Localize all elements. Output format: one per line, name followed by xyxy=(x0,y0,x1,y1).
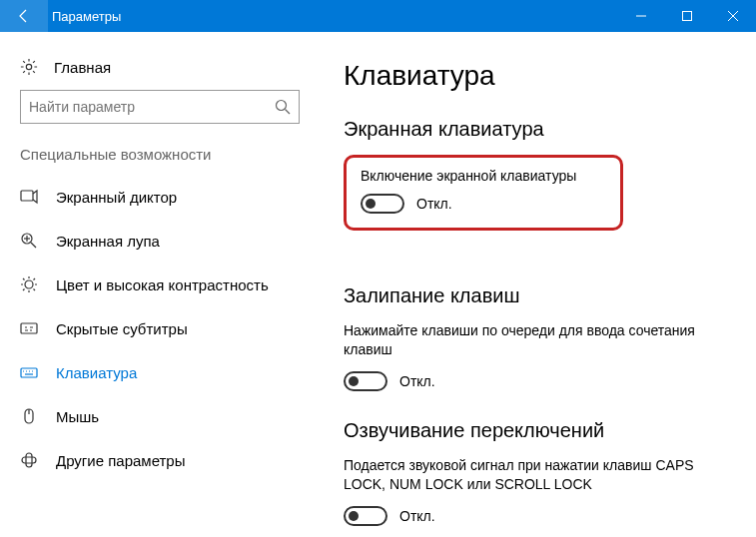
svg-rect-31 xyxy=(22,457,36,463)
sidebar-item-captions[interactable]: Скрытые субтитры xyxy=(0,306,320,350)
svg-line-11 xyxy=(31,243,36,248)
maximize-button[interactable] xyxy=(664,0,710,32)
section-sticky-keys: Залипание клавиш Нажимайте клавиши по оч… xyxy=(344,284,732,391)
svg-line-20 xyxy=(23,289,25,291)
arrow-left-icon xyxy=(16,8,32,24)
highlight-annotation: Включение экранной клавиатуры Откл. xyxy=(344,155,623,231)
toggle-state: Откл. xyxy=(399,508,435,524)
gear-icon xyxy=(20,58,38,76)
svg-rect-1 xyxy=(683,12,692,21)
section-toggle-keys: Озвучивание переключений Подается звуков… xyxy=(344,419,732,526)
sidebar-item-other[interactable]: Другие параметры xyxy=(0,438,320,482)
section-heading: Озвучивание переключений xyxy=(344,419,732,442)
sidebar-item-mouse[interactable]: Мышь xyxy=(0,394,320,438)
sidebar-item-label: Цвет и высокая контрастность xyxy=(56,276,269,293)
magnifier-icon xyxy=(20,232,38,250)
sidebar-item-label: Другие параметры xyxy=(56,452,186,469)
svg-rect-21 xyxy=(21,323,37,333)
svg-line-17 xyxy=(23,278,25,280)
sidebar-home[interactable]: Главная xyxy=(0,50,320,90)
captions-icon xyxy=(20,319,38,337)
home-label: Главная xyxy=(54,59,111,76)
sidebar: Главная Специальные возможности Экранный… xyxy=(0,32,320,537)
window-title: Параметры xyxy=(48,9,618,24)
svg-line-6 xyxy=(286,110,291,115)
search-input[interactable] xyxy=(29,99,275,115)
toggle-state: Откл. xyxy=(399,373,435,389)
close-icon xyxy=(728,11,738,21)
narrator-icon xyxy=(20,188,38,206)
sidebar-item-keyboard[interactable]: Клавиатура xyxy=(0,350,320,394)
svg-point-12 xyxy=(25,280,33,288)
section-heading: Залипание клавиш xyxy=(344,284,732,307)
toggle-row: Откл. xyxy=(344,506,732,526)
search-icon xyxy=(275,99,291,115)
svg-line-18 xyxy=(34,289,36,291)
main: Клавиатура Экранная клавиатура Включение… xyxy=(320,32,756,537)
sidebar-group-header: Специальные возможности xyxy=(0,146,320,175)
sidebar-item-magnifier[interactable]: Экранная лупа xyxy=(0,219,320,263)
svg-rect-7 xyxy=(21,191,33,201)
svg-rect-22 xyxy=(21,368,37,377)
sidebar-item-label: Клавиатура xyxy=(56,364,137,381)
sidebar-item-label: Экранный диктор xyxy=(56,189,177,206)
toggle-toggle-keys[interactable] xyxy=(344,506,387,526)
svg-rect-30 xyxy=(26,453,32,467)
sidebar-item-contrast[interactable]: Цвет и высокая контрастность xyxy=(0,263,320,306)
back-button[interactable] xyxy=(0,0,48,32)
page-title: Клавиатура xyxy=(344,60,732,92)
section-onscreen-keyboard: Экранная клавиатура Включение экранной к… xyxy=(344,118,732,257)
sidebar-item-label: Экранная лупа xyxy=(56,233,160,250)
mouse-icon xyxy=(20,407,38,425)
content: Главная Специальные возможности Экранный… xyxy=(0,32,756,537)
toggle-sticky-keys[interactable] xyxy=(344,371,387,391)
sidebar-item-label: Скрытые субтитры xyxy=(56,320,188,337)
minimize-button[interactable] xyxy=(618,0,664,32)
toggle-onscreen-keyboard[interactable] xyxy=(361,194,404,214)
sidebar-item-narrator[interactable]: Экранный диктор xyxy=(0,175,320,219)
contrast-icon xyxy=(20,275,38,293)
maximize-icon xyxy=(682,11,692,21)
svg-line-19 xyxy=(34,278,36,280)
svg-point-5 xyxy=(277,101,287,111)
search-box[interactable] xyxy=(20,90,300,124)
toggle-row: Откл. xyxy=(361,194,606,214)
titlebar: Параметры xyxy=(0,0,756,32)
keyboard-icon xyxy=(20,363,38,381)
setting-label: Включение экранной клавиатуры xyxy=(361,168,606,184)
section-heading: Экранная клавиатура xyxy=(344,118,732,141)
toggle-state: Откл. xyxy=(416,196,452,212)
toggle-row: Откл. xyxy=(344,371,732,391)
other-icon xyxy=(20,451,38,469)
sidebar-item-label: Мышь xyxy=(56,408,99,425)
svg-point-4 xyxy=(26,64,31,69)
setting-description: Нажимайте клавиши по очереди для ввода с… xyxy=(344,321,732,359)
close-button[interactable] xyxy=(710,0,756,32)
setting-description: Подается звуковой сигнал при нажатии кла… xyxy=(344,456,732,494)
minimize-icon xyxy=(636,11,646,21)
